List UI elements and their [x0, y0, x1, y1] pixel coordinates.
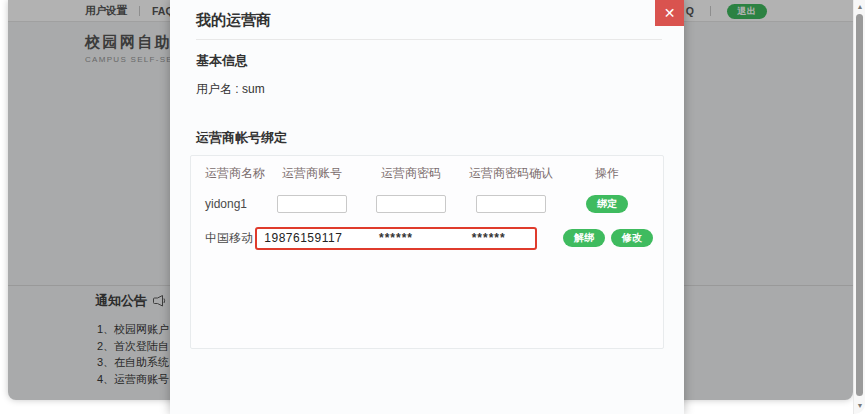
- bound-account-value: 19876159117: [257, 231, 350, 245]
- col-header-password-confirm: 运营商密码确认: [459, 165, 563, 182]
- modal-title: 我的运营商: [170, 0, 684, 39]
- account-input[interactable]: [277, 195, 347, 213]
- notice-heading-label: 通知公告: [95, 292, 147, 310]
- notice-heading: 通知公告: [95, 292, 166, 310]
- notice-item: 3、在自助系统: [97, 354, 169, 371]
- col-header-carrier-name: 运营商名称: [203, 165, 261, 182]
- table-row: 中国移动 19876159117 ****** ****** 解绑 修改: [191, 220, 663, 256]
- password-confirm-input[interactable]: [476, 195, 546, 213]
- col-header-carrier-password: 运营商密码: [363, 165, 459, 182]
- notice-item: 4、运营商账号: [97, 371, 169, 388]
- bound-password-masked: ******: [350, 231, 443, 245]
- username-value: 用户名 : sum: [196, 81, 658, 98]
- topbar-right-group: Q 退出: [686, 0, 767, 22]
- carrier-name-cell: yidong1: [203, 197, 261, 211]
- modal-title-divider: [196, 39, 662, 40]
- nav-item-partial[interactable]: Q: [686, 5, 694, 17]
- scrollbar-thumb[interactable]: [856, 14, 863, 396]
- basic-info-heading: 基本信息: [196, 52, 658, 70]
- modify-button[interactable]: 修改: [611, 229, 653, 247]
- table-row: yidong1 绑定: [191, 188, 663, 220]
- megaphone-icon: [153, 295, 166, 307]
- nav-divider: [139, 6, 140, 16]
- nav-item-user-settings[interactable]: 用户设置: [85, 4, 127, 18]
- topbar-left-group: 用户设置 FAQ: [85, 0, 174, 22]
- nav-divider: [710, 6, 711, 16]
- carrier-name-cell: 中国移动: [203, 230, 261, 247]
- logout-button[interactable]: 退出: [727, 4, 767, 19]
- notice-item: 1、校园网账户: [97, 321, 169, 338]
- unbind-button[interactable]: 解绑: [563, 229, 605, 247]
- password-input[interactable]: [376, 195, 446, 213]
- col-header-actions: 操作: [563, 165, 651, 182]
- close-icon[interactable]: ✕: [655, 0, 684, 26]
- binding-table: 运营商名称 运营商账号 运营商密码 运营商密码确认 操作 yidong1 绑定: [190, 155, 664, 349]
- notice-list: 1、校园网账户 2、首次登陆自 3、在自助系统 4、运营商账号: [97, 321, 169, 387]
- bind-button[interactable]: 绑定: [586, 195, 628, 213]
- col-header-carrier-account: 运营商账号: [261, 165, 363, 182]
- table-header-row: 运营商名称 运营商账号 运营商密码 运营商密码确认 操作: [191, 158, 663, 188]
- bound-password-confirm-masked: ******: [442, 231, 535, 245]
- vertical-scrollbar[interactable]: ▲ ▼: [853, 0, 865, 414]
- scroll-up-icon[interactable]: ▲: [854, 1, 865, 13]
- highlighted-bound-account: 19876159117 ****** ******: [255, 227, 537, 250]
- binding-section-heading: 运营商帐号绑定: [196, 129, 658, 147]
- screen: 用户设置 FAQ Q 退出 校园网自助服务 CAMPUS SELF-SERVIC…: [0, 0, 865, 414]
- notice-item: 2、首次登陆自: [97, 338, 169, 355]
- my-carrier-modal: ✕ 我的运营商 基本信息 用户名 : sum 运营商帐号绑定 运营商名称 运营商…: [170, 0, 684, 414]
- scroll-down-icon[interactable]: ▼: [854, 400, 865, 412]
